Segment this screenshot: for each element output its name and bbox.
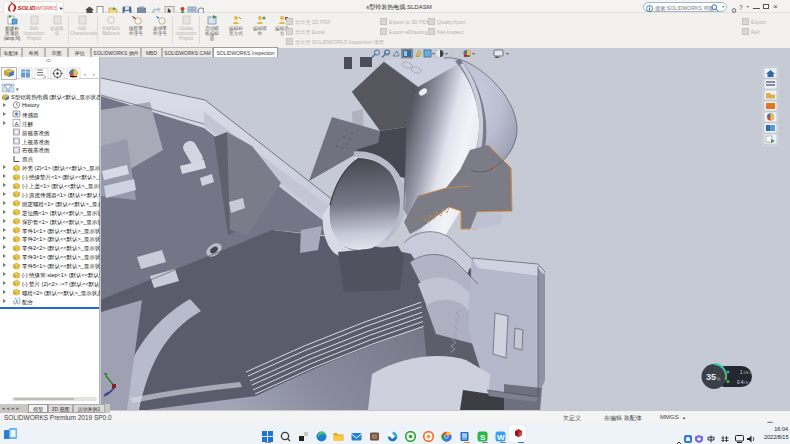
- svg-text:%: %: [717, 377, 721, 382]
- svg-text:A: A: [15, 121, 19, 127]
- svg-text:SOLIDWORKS: SOLIDWORKS: [18, 4, 59, 11]
- svg-text:W: W: [497, 432, 505, 441]
- svg-text:‹: ‹: [84, 71, 86, 77]
- svg-text:35: 35: [706, 372, 716, 382]
- svg-text:0.4KB/s: 0.4KB/s: [737, 380, 751, 385]
- svg-text:S: S: [480, 432, 486, 441]
- svg-text:›: ›: [93, 71, 95, 77]
- svg-text:1 KB/s: 1 KB/s: [740, 370, 751, 375]
